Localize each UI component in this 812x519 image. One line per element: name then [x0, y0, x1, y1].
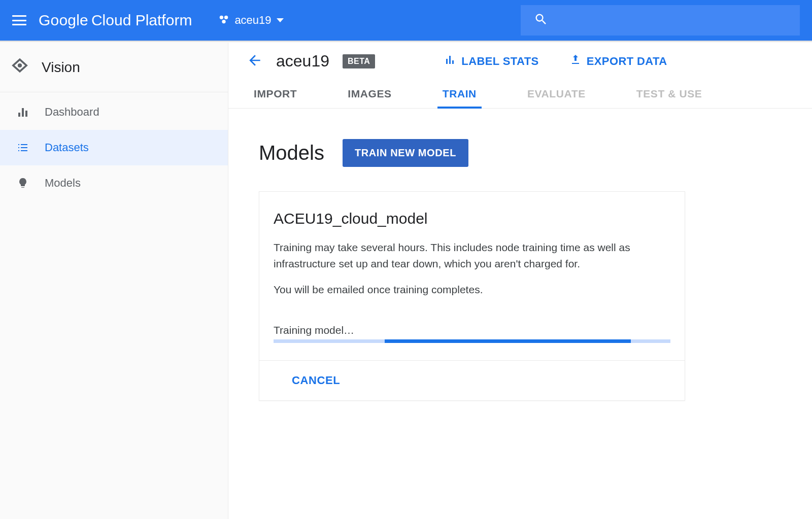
sidebar-item-dashboard[interactable]: Dashboard: [0, 94, 228, 130]
header-actions: LABEL STATS EXPORT DATA: [444, 54, 667, 69]
label-stats-button[interactable]: LABEL STATS: [444, 54, 538, 69]
sidebar-item-datasets[interactable]: Datasets: [0, 130, 228, 165]
product-title: Vision: [0, 43, 228, 92]
app-body: Vision Dashboard Datasets Models: [0, 43, 812, 519]
project-icon: [218, 14, 229, 27]
progress-bar-fill: [385, 339, 631, 343]
tab-train[interactable]: TRAIN: [443, 80, 477, 108]
export-icon: [569, 54, 582, 69]
label-stats-text: LABEL STATS: [461, 55, 538, 68]
lightbulb-icon: [16, 177, 29, 190]
gcp-logo[interactable]: Google Cloud Platform: [39, 12, 192, 29]
svg-point-0: [220, 16, 223, 19]
svg-point-2: [222, 20, 226, 23]
tab-images[interactable]: IMAGES: [348, 80, 391, 108]
project-switcher[interactable]: aceu19: [218, 14, 283, 27]
training-desc-1: Training may take several hours. This in…: [274, 239, 670, 271]
content: Models TRAIN NEW MODEL ACEU19_cloud_mode…: [228, 109, 812, 431]
search-icon: [534, 12, 548, 28]
training-desc-2: You will be emailed once training comple…: [274, 282, 670, 298]
export-data-text: EXPORT DATA: [587, 55, 667, 68]
model-card: ACEU19_cloud_model Training may take sev…: [259, 191, 685, 401]
svg-point-1: [224, 16, 228, 19]
logo-google: Google: [39, 12, 88, 29]
models-heading: Models: [259, 142, 324, 164]
cancel-button[interactable]: CANCEL: [278, 374, 354, 387]
training-progress-bar: [274, 339, 670, 343]
tab-test-use: TEST & USE: [636, 80, 702, 108]
export-data-button[interactable]: EXPORT DATA: [569, 54, 667, 69]
hamburger-menu-icon[interactable]: [12, 15, 26, 25]
chevron-down-icon: [277, 18, 284, 22]
sidebar: Vision Dashboard Datasets Models: [0, 43, 228, 519]
back-arrow-icon[interactable]: [247, 52, 263, 71]
dataset-name: aceu19: [276, 52, 329, 71]
sidebar-item-label: Dashboard: [45, 106, 99, 119]
svg-point-3: [18, 63, 22, 67]
train-new-model-button[interactable]: TRAIN NEW MODEL: [343, 139, 468, 167]
page-header: aceu19 BETA LABEL STATS EXPORT DATA: [228, 43, 812, 80]
side-nav: Dashboard Datasets Models: [0, 92, 228, 201]
logo-cloud-platform: Cloud Platform: [91, 12, 192, 29]
beta-badge: BETA: [343, 54, 375, 68]
sidebar-item-label: Models: [45, 177, 81, 190]
tab-evaluate: EVALUATE: [527, 80, 586, 108]
list-icon: [16, 141, 29, 154]
dashboard-icon: [16, 106, 29, 119]
gcp-header: Google Cloud Platform aceu19: [0, 0, 812, 41]
sidebar-item-label: Datasets: [45, 141, 89, 154]
model-card-actions: CANCEL: [259, 360, 685, 400]
models-header-row: Models TRAIN NEW MODEL: [259, 139, 782, 167]
main: aceu19 BETA LABEL STATS EXPORT DATA: [228, 43, 812, 519]
model-name: ACEU19_cloud_model: [274, 210, 670, 227]
vision-icon: [10, 56, 29, 79]
sidebar-item-models[interactable]: Models: [0, 165, 228, 201]
tabs: IMPORT IMAGES TRAIN EVALUATE TEST & USE: [228, 80, 812, 109]
project-name: aceu19: [234, 14, 271, 27]
model-card-body: ACEU19_cloud_model Training may take sev…: [259, 192, 685, 360]
tab-import[interactable]: IMPORT: [254, 80, 297, 108]
search-input[interactable]: [521, 5, 800, 36]
bar-chart-icon: [444, 54, 456, 69]
product-title-text: Vision: [42, 59, 80, 76]
progress-label: Training model…: [274, 324, 670, 336]
